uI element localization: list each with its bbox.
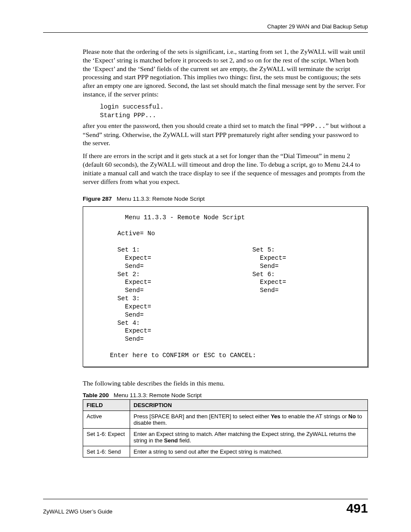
text-run: to enable the AT strings or: [280, 413, 349, 420]
inline-code: PPP...: [303, 123, 326, 130]
th-description: DESCRIPTION: [130, 399, 368, 411]
table-caption: Table 200 Menu 11.3.3: Remote Node Scrip…: [83, 392, 368, 398]
page-footer: ZyWALL 2WG User’s Guide 491: [43, 499, 368, 515]
paragraph-2: after you enter the password, then you s…: [83, 121, 368, 147]
figure-caption: Figure 287 Menu 11.3.3: Remote Node Scri…: [83, 196, 368, 202]
text-run: Press [SPACE BAR] and then [ENTER] to se…: [134, 413, 271, 420]
table-number: Table 200: [83, 392, 109, 398]
table-row: Set 1-6: Send Enter a string to send out…: [83, 446, 368, 457]
field-description-table: FIELD DESCRIPTION Active Press [SPACE BA…: [83, 399, 368, 457]
bold-run: Yes: [271, 413, 280, 420]
figure-title: Menu 11.3.3: Remote Node Script: [117, 196, 205, 202]
table-row: Set 1-6: Expect Enter an Expect string t…: [83, 428, 368, 446]
text-run: after you enter the password, then you s…: [83, 122, 303, 129]
table-row: Active Press [SPACE BAR] and then [ENTER…: [83, 411, 368, 428]
chapter-header: Chapter 29 WAN and Dial Backup Setup: [43, 23, 368, 30]
cell-field: Active: [83, 411, 130, 428]
cell-desc: Enter an Expect string to match. After m…: [130, 428, 368, 446]
table-header-row: FIELD DESCRIPTION: [83, 399, 368, 411]
figure-number: Figure 287: [83, 196, 112, 202]
text-run: field.: [178, 437, 191, 444]
terminal-screenshot: Menu 11.3.3 - Remote Node Script Active=…: [83, 206, 368, 367]
footer-guide-name: ZyWALL 2WG User’s Guide: [43, 508, 112, 515]
cell-desc: Enter a string to send out after the Exp…: [130, 446, 368, 457]
paragraph-3: If there are errors in the script and it…: [83, 152, 368, 186]
page-number: 491: [346, 502, 368, 515]
th-field: FIELD: [83, 399, 130, 411]
cell-desc: Press [SPACE BAR] and then [ENTER] to se…: [130, 411, 368, 428]
paragraph-4: The following table describes the fields…: [83, 379, 368, 388]
code-line: Starting PPP...: [100, 112, 156, 119]
cell-field: Set 1-6: Expect: [83, 428, 130, 446]
bold-run: Send: [164, 437, 178, 444]
paragraph-1: Please note that the ordering of the set…: [83, 47, 368, 99]
header-rule: [43, 32, 368, 33]
code-sample-1: login successful. Starting PPP...: [100, 103, 368, 120]
table-title: Menu 11.3.3: Remote Node Script: [114, 392, 202, 398]
text-run: Enter a string to send out after the Exp…: [134, 448, 282, 455]
bold-run: No: [349, 413, 356, 420]
code-line: login successful.: [100, 103, 164, 110]
cell-field: Set 1-6: Send: [83, 446, 130, 457]
